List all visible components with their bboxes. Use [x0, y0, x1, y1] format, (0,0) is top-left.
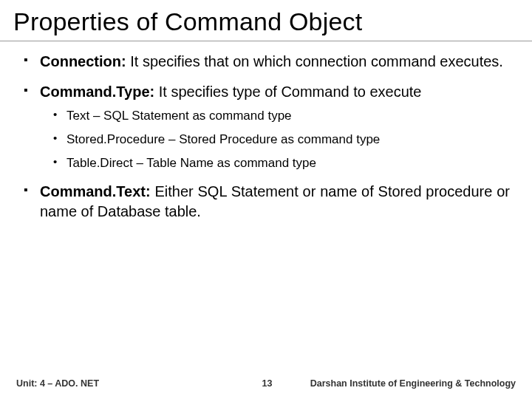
slide-body: Connection: It specifies that on which c…	[0, 41, 532, 222]
slide-footer: Unit: 4 – ADO. NET 13 Darshan Institute …	[0, 378, 532, 389]
desc-commandtype: It specifies type of Command to execute	[154, 83, 421, 100]
bullet-commandtext: Command.Text: Either SQL Statement or na…	[22, 182, 510, 222]
bullet-connection: Connection: It specifies that on which c…	[22, 52, 510, 72]
sub-storedprocedure: Stored.Procedure – Stored Procedure as c…	[52, 132, 510, 148]
sub-tabledirect: Table.Direct – Table Name as command typ…	[52, 155, 510, 171]
bullet-commandtype: Command.Type: It specifies type of Comma…	[22, 82, 510, 171]
footer-left: Unit: 4 – ADO. NET	[16, 378, 99, 389]
term-commandtext: Command.Text:	[40, 183, 151, 200]
term-commandtype: Command.Type:	[40, 83, 154, 100]
slide-title: Properties of Command Object	[0, 0, 532, 41]
footer-page-number: 13	[262, 378, 272, 389]
term-connection: Connection:	[40, 53, 126, 69]
footer-right: Darshan Institute of Engineering & Techn…	[310, 378, 516, 389]
desc-connection: It specifies that on which connection co…	[126, 53, 503, 69]
sub-text: Text – SQL Statement as command type	[52, 108, 510, 124]
